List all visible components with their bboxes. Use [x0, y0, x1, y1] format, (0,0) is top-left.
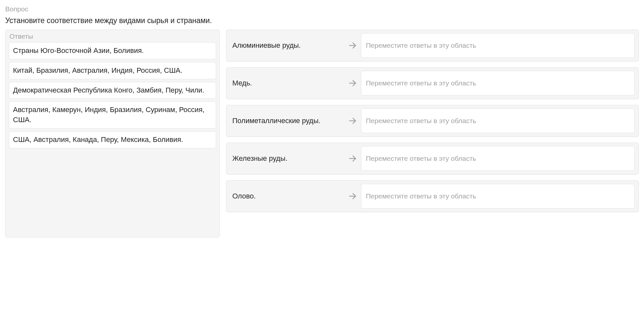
- answers-panel: Ответы Страны Юго-Восточной Азии, Боливи…: [5, 30, 220, 237]
- answer-item[interactable]: Китай, Бразилия, Австралия, Индия, Росси…: [9, 62, 216, 79]
- target-row: Олово. Переместите ответы в эту область: [226, 180, 639, 212]
- drop-zone[interactable]: Переместите ответы в эту область: [361, 33, 635, 58]
- answers-label: Ответы: [9, 32, 216, 40]
- arrow-right-icon: [348, 41, 357, 50]
- target-label: Алюминиевые руды.: [230, 37, 344, 54]
- target-label: Медь.: [230, 74, 344, 92]
- drop-zone[interactable]: Переместите ответы в эту область: [361, 71, 635, 95]
- arrow-right-icon: [348, 154, 357, 163]
- answer-item[interactable]: США, Австралия, Канада, Перу, Мексика, Б…: [9, 131, 216, 148]
- question-label: Вопрос: [5, 5, 639, 13]
- answer-item[interactable]: Демократическая Республика Конго, Замбия…: [9, 82, 216, 99]
- answer-item[interactable]: Австралия, Камерун, Индия, Бразилия, Сур…: [9, 101, 216, 129]
- target-label: Железные руды.: [230, 150, 344, 167]
- question-text: Установите соответствие между видами сыр…: [5, 16, 639, 25]
- target-label: Полиметаллические руды.: [230, 112, 344, 130]
- target-label: Олово.: [230, 187, 344, 205]
- target-row: Железные руды. Переместите ответы в эту …: [226, 143, 639, 174]
- target-row: Медь. Переместите ответы в эту область: [226, 67, 639, 99]
- drop-zone[interactable]: Переместите ответы в эту область: [361, 108, 635, 133]
- arrow-right-icon: [348, 192, 357, 201]
- drop-zone[interactable]: Переместите ответы в эту область: [361, 184, 635, 209]
- drop-zone[interactable]: Переместите ответы в эту область: [361, 146, 635, 171]
- arrow-right-icon: [348, 79, 357, 88]
- targets-panel: Алюминиевые руды. Переместите ответы в э…: [226, 30, 639, 212]
- target-row: Алюминиевые руды. Переместите ответы в э…: [226, 30, 639, 61]
- answer-item[interactable]: Страны Юго-Восточной Азии, Боливия.: [9, 42, 216, 59]
- matching-container: Ответы Страны Юго-Восточной Азии, Боливи…: [5, 30, 639, 237]
- arrow-right-icon: [348, 116, 357, 125]
- target-row: Полиметаллические руды. Переместите отве…: [226, 105, 639, 137]
